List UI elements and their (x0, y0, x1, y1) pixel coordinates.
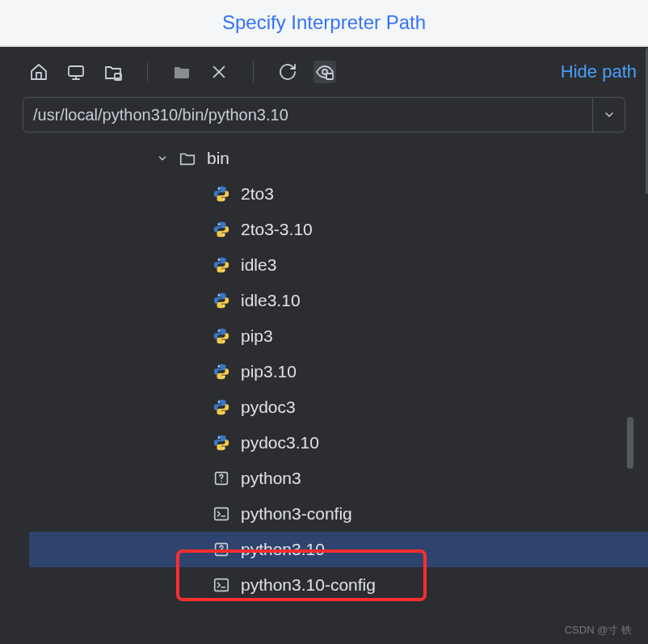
unknown-icon (212, 540, 231, 559)
python-icon (212, 433, 231, 452)
terminal-icon (212, 504, 231, 524)
terminal-icon (212, 575, 231, 595)
tree-item-label: 2to3 (241, 184, 274, 204)
tree-folder-bin[interactable]: bin (29, 141, 648, 176)
folder-icon (178, 149, 197, 168)
tree-item-label: idle3.10 (241, 291, 301, 310)
tree-item[interactable]: pydoc3.10 (29, 425, 648, 461)
title-text: Specify Interpreter Path (222, 11, 426, 34)
scrollbar-thumb[interactable] (627, 417, 633, 469)
svg-point-14 (218, 365, 220, 367)
tree-item-label: pip3 (241, 326, 273, 346)
svg-point-7 (223, 234, 225, 236)
svg-rect-23 (215, 579, 229, 591)
python-icon (212, 220, 231, 239)
svg-point-15 (223, 377, 225, 378)
svg-point-18 (218, 436, 220, 438)
svg-rect-21 (215, 508, 229, 520)
tree-item[interactable]: python3.10 (29, 532, 648, 567)
svg-rect-0 (69, 66, 83, 76)
hide-path-link[interactable]: Hide path (561, 61, 637, 82)
path-dropdown-button[interactable] (592, 98, 625, 132)
window-title: Specify Interpreter Path (0, 0, 648, 47)
tree-item-label: python3-config (241, 504, 352, 524)
path-field-row (23, 97, 625, 133)
toolbar-separator (147, 61, 148, 82)
svg-point-6 (218, 223, 220, 225)
svg-point-17 (223, 412, 225, 414)
tree-item-label: pydoc3.10 (241, 433, 319, 452)
tree-item-label: python3 (241, 469, 301, 488)
python-icon (212, 398, 231, 417)
tree-item[interactable]: python3 (29, 461, 648, 496)
tree-item[interactable]: idle3.10 (29, 283, 648, 318)
svg-point-4 (218, 187, 220, 189)
tree-item[interactable]: python3.10-config (29, 567, 648, 603)
svg-point-8 (218, 259, 220, 260)
tree-item[interactable]: python3-config (29, 496, 648, 532)
python-icon (212, 184, 231, 204)
tree-item[interactable]: 2to3-3.10 (29, 212, 648, 247)
svg-point-12 (218, 330, 220, 331)
tree-item-label: idle3 (241, 255, 276, 275)
toolbar-separator (253, 61, 254, 82)
unknown-icon (212, 469, 231, 488)
svg-rect-3 (326, 74, 333, 79)
project-folder-icon[interactable] (102, 61, 124, 83)
path-input[interactable] (23, 98, 592, 132)
python-icon (212, 362, 231, 381)
show-hidden-icon[interactable] (313, 61, 336, 83)
toolbar-left-group (27, 61, 336, 83)
tree-item-label: pip3.10 (241, 362, 297, 381)
python-icon (212, 291, 231, 310)
tree-item-label: pydoc3 (241, 398, 296, 417)
toolbar: Hide path (0, 47, 648, 97)
dialog-body: Hide path bin 2to32to3-3.10idle3idle3.10… (0, 47, 648, 644)
svg-point-9 (223, 270, 225, 271)
new-folder-icon[interactable] (170, 61, 193, 83)
desktop-icon[interactable] (65, 61, 87, 83)
refresh-icon[interactable] (276, 61, 299, 83)
chevron-down-icon (603, 108, 616, 121)
folder-label: bin (207, 149, 229, 168)
svg-point-11 (223, 305, 225, 307)
svg-point-16 (218, 401, 220, 402)
file-tree[interactable]: bin 2to32to3-3.10idle3idle3.10pip3pip3.1… (29, 133, 648, 603)
tree-item-label: 2to3-3.10 (241, 220, 313, 239)
tree-item[interactable]: pip3.10 (29, 354, 648, 389)
tree-item[interactable]: 2to3 (29, 176, 648, 212)
tree-item[interactable]: pip3 (29, 318, 648, 354)
svg-point-13 (223, 341, 225, 343)
python-icon (212, 326, 231, 346)
delete-icon[interactable] (208, 61, 230, 83)
chevron-down-icon[interactable] (155, 151, 170, 166)
svg-point-5 (223, 199, 225, 200)
tree-item[interactable]: idle3 (29, 247, 648, 283)
home-icon[interactable] (27, 61, 50, 83)
python-icon (212, 255, 231, 275)
tree-item-label: python3.10 (241, 540, 325, 559)
tree-item-label: python3.10-config (241, 575, 376, 595)
svg-point-19 (223, 448, 225, 449)
tree-item[interactable]: pydoc3 (29, 389, 648, 425)
svg-point-10 (218, 294, 220, 296)
